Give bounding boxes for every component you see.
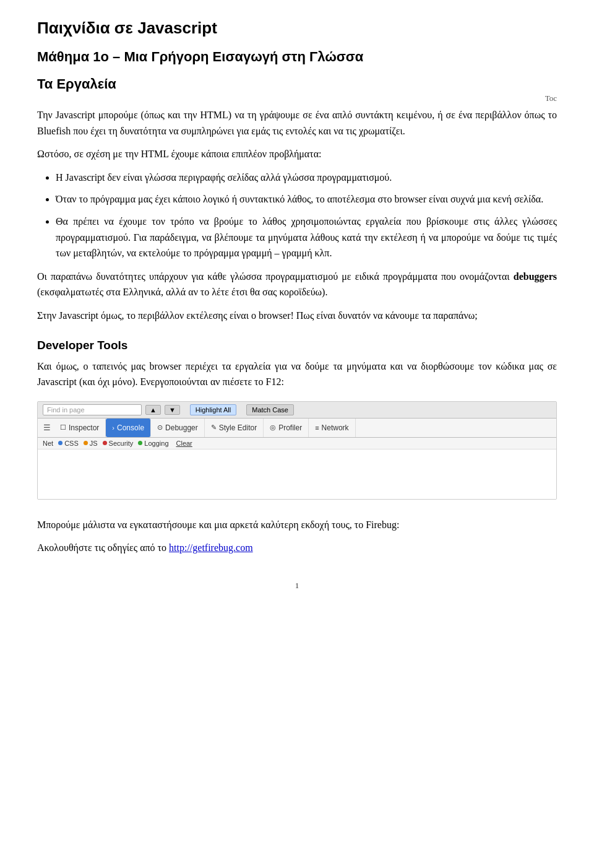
list-item: Θα πρέπει να έχουμε τον τρόπο να βρούμε … — [56, 214, 557, 261]
subtitle1: Μάθημα 1ο – Μια Γρήγορη Εισαγωγή στη Γλώ… — [37, 49, 557, 65]
problems-intro: Ωστόσο, σε σχέση με την HTML έχουμε κάπο… — [37, 146, 557, 162]
tab-network[interactable]: ≡ Network — [309, 419, 355, 437]
tab-console[interactable]: › Console — [106, 419, 151, 437]
tab-inspector-label: Inspector — [69, 423, 99, 432]
list-item: Όταν το πρόγραμμα μας έχει κάποιο λογικό… — [56, 191, 557, 207]
devtools-menu-icon[interactable]: ☰ — [40, 421, 54, 435]
browser-paragraph: Στην Javascript όμως, το περιβάλλον εκτέ… — [37, 308, 557, 324]
find-down-button[interactable]: ▼ — [165, 405, 180, 415]
filter-css-label: CSS — [64, 440, 79, 447]
tab-debugger-label: Debugger — [165, 423, 198, 432]
problems-list: Η Javascript δεν είναι γλώσσα περιγραφής… — [56, 170, 557, 261]
debugger-icon: ⊙ — [157, 423, 163, 432]
devtools-text: Και όμως, ο ταπεινός μας browser περιέχε… — [37, 358, 557, 390]
find-bar: Find in page ▲ ▼ Highlight All Match Cas… — [38, 402, 556, 419]
subtitle2: Τα Εργαλεία — [37, 76, 557, 92]
page-title: Παιχνίδια σε Javascript — [37, 19, 557, 38]
list-item: Η Javascript δεν είναι γλώσσα περιγραφής… — [56, 170, 557, 186]
filter-net[interactable]: Net — [43, 440, 53, 447]
network-icon: ≡ — [315, 424, 319, 432]
profiler-icon: ◎ — [270, 423, 276, 432]
firebug-link[interactable]: http://getfirebug.com — [169, 542, 253, 553]
highlight-all-button[interactable]: Highlight All — [190, 404, 236, 415]
devtools-tabs-bar: ☰ ☐ Inspector › Console ⊙ Debugger ✎ Sty… — [38, 419, 556, 438]
page-number: 1 — [37, 581, 557, 591]
devtools-screenshot: Find in page ▲ ▼ Highlight All Match Cas… — [37, 401, 557, 500]
find-up-button[interactable]: ▲ — [145, 405, 161, 415]
css-dot — [58, 441, 62, 445]
filter-js-label: JS — [90, 440, 98, 447]
intro-paragraph: Την Javascript μπορούμε (όπως και την HT… — [37, 107, 557, 139]
match-case-button[interactable]: Match Case — [246, 404, 294, 415]
tab-style-editor-label: Style Editor — [219, 423, 257, 432]
tab-profiler-label: Profiler — [278, 423, 302, 432]
inspector-icon: ☐ — [60, 423, 66, 432]
filter-security-label: Security — [109, 440, 134, 447]
tab-console-label: Console — [117, 423, 144, 432]
js-dot — [84, 441, 88, 445]
tab-network-label: Network — [322, 423, 349, 432]
filter-bar: Net CSS JS Security Logging Clear — [38, 438, 556, 449]
devtools-heading: Developer Tools — [37, 339, 557, 352]
filter-logging-label: Logging — [144, 440, 168, 447]
filter-logging[interactable]: Logging — [138, 440, 168, 447]
tab-inspector[interactable]: ☐ Inspector — [54, 419, 106, 437]
logging-dot — [138, 441, 142, 445]
debuggers-paragraph: Οι παραπάνω δυνατότητες υπάρχουν για κάθ… — [37, 269, 557, 300]
find-input[interactable]: Find in page — [43, 404, 142, 415]
security-dot — [103, 441, 107, 445]
filter-css[interactable]: CSS — [58, 440, 79, 447]
style-editor-icon: ✎ — [211, 423, 217, 432]
devtools-content-area — [38, 449, 556, 499]
filter-security[interactable]: Security — [103, 440, 134, 447]
filter-net-label: Net — [43, 440, 53, 447]
tab-profiler[interactable]: ◎ Profiler — [264, 419, 309, 437]
firebug-link-paragraph: Ακολουθήστε τις οδηγίες από το http://ge… — [37, 540, 557, 556]
filter-js[interactable]: JS — [84, 440, 98, 447]
tab-style-editor[interactable]: ✎ Style Editor — [205, 419, 264, 437]
clear-button[interactable]: Clear — [176, 440, 192, 447]
tab-debugger[interactable]: ⊙ Debugger — [151, 419, 205, 437]
firebug-paragraph: Μπορούμε μάλιστα να εγκαταστήσουμε και μ… — [37, 517, 557, 533]
console-icon: › — [112, 424, 114, 432]
toc-label: Toc — [545, 93, 557, 103]
